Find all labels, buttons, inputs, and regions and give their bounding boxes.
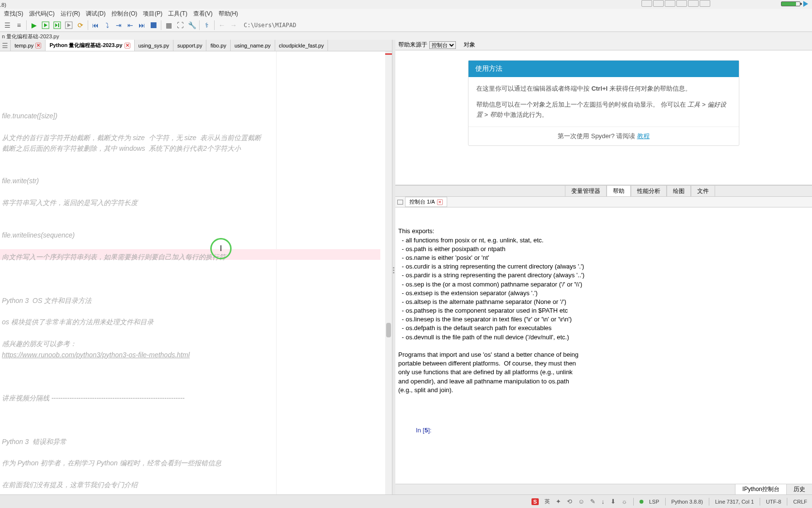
thumb[interactable]: [676, 0, 687, 7]
debug-continue-icon[interactable]: ⏭: [137, 20, 147, 31]
toolbar: ☰ ≡ ▶ ⟳ ⏮ ⤵ ⇥ ⇤ ⏭ ▦ ⛶ 🔧 ⚕ ← → C:\Users\M…: [0, 18, 812, 32]
maximize-icon[interactable]: ⛶: [175, 20, 186, 31]
help-tab[interactable]: 变量管理器: [565, 186, 607, 196]
thumb[interactable]: [641, 0, 652, 7]
console-output[interactable]: This exports: - all functions from posix…: [395, 207, 812, 484]
menu-item[interactable]: 运行(R): [58, 9, 83, 18]
thumb[interactable]: [700, 0, 710, 7]
editor-tab[interactable]: using_sys.py: [135, 40, 174, 51]
editor-tab[interactable]: cloudpickle_fast.py: [275, 40, 328, 51]
menu-item[interactable]: 控制台(O): [109, 9, 140, 18]
menu-item[interactable]: 帮助(H): [216, 9, 241, 18]
console-tab[interactable]: 控制台 1/A ✕: [405, 197, 447, 207]
tutorial-link[interactable]: 教程: [637, 132, 650, 140]
hamburger-icon[interactable]: ☰: [2, 42, 8, 49]
thumb[interactable]: [653, 0, 664, 7]
debug-stop-icon[interactable]: [148, 20, 159, 31]
console-bottom-tabs: IPython控制台历史: [395, 484, 812, 494]
status-icon: ☺: [578, 498, 584, 505]
code-line: [2, 414, 390, 425]
code-line: file.writelines(sequence): [2, 230, 390, 240]
status-icon: ✎: [590, 498, 595, 505]
svg-rect-4: [58, 23, 59, 27]
menu-item[interactable]: 工具(T): [165, 9, 190, 18]
menu-item[interactable]: 项目(P): [140, 9, 165, 18]
editor-tab[interactable]: fibo.py: [206, 40, 230, 51]
run-cell-advance-icon[interactable]: [52, 20, 62, 31]
editor-tab[interactable]: support.py: [173, 40, 206, 51]
console-pane: 控制台 1/A ✕ This exports: - all functions …: [395, 197, 812, 494]
status-bar: S 英 ✦ ⟲ ☺ ✎ ↓ ⬇ ☼ LSP Python 3.8.8) Line…: [0, 494, 812, 508]
code-line: [2, 447, 390, 458]
rerun-icon[interactable]: ⟳: [75, 20, 86, 31]
help-tab[interactable]: 性能分析: [631, 186, 667, 196]
working-dir-path[interactable]: C:\Users\MIAPAD: [244, 22, 296, 29]
code-line: [2, 241, 390, 252]
close-icon[interactable]: ✕: [437, 199, 443, 205]
menu-item[interactable]: 调试(D): [83, 9, 109, 18]
svg-marker-3: [55, 23, 58, 27]
battery-icon: [781, 1, 800, 6]
settings-icon[interactable]: 🔧: [187, 20, 197, 31]
lsp-label: LSP: [649, 499, 659, 505]
console-bottom-tab[interactable]: 历史: [786, 484, 812, 494]
back-icon[interactable]: ←: [217, 20, 227, 31]
tab-label: fibo.py: [210, 43, 226, 48]
help-tab[interactable]: 帮助: [607, 186, 631, 196]
close-icon[interactable]: ✕: [125, 43, 130, 48]
code-line: [2, 306, 390, 317]
help-tab[interactable]: 绘图: [667, 186, 691, 196]
code-line: [2, 328, 390, 338]
forward-icon[interactable]: →: [228, 20, 239, 31]
tab-label: using_sys.py: [139, 43, 170, 48]
editor-tabs: ☰temp.py✕Python 量化编程基础-2023.py✕using_sys…: [0, 40, 392, 51]
code-line: [2, 208, 390, 219]
thumb[interactable]: [688, 0, 699, 7]
code-line: [2, 219, 390, 230]
play-icon[interactable]: [803, 1, 808, 7]
menu-item[interactable]: 查找(S): [1, 9, 26, 18]
console-collapse-icon[interactable]: [397, 200, 403, 205]
debug-stepout-icon[interactable]: ⇤: [125, 20, 136, 31]
menu-item[interactable]: 源代码(C): [26, 9, 58, 18]
debug-first-icon[interactable]: ⏮: [90, 20, 101, 31]
help-card: 使用方法 在这里你可以通过在编辑器或者终端中按 Ctrl+I 来获得任何对象的帮…: [468, 60, 739, 146]
debug-stepin-icon[interactable]: ⇥: [113, 20, 124, 31]
python-icon[interactable]: ⚕: [202, 20, 212, 31]
editor-tab[interactable]: temp.py✕: [11, 40, 46, 51]
save-layout-icon[interactable]: ▦: [163, 20, 174, 31]
debug-stepover-icon[interactable]: ⤵: [102, 20, 112, 31]
indent-icon[interactable]: ☰: [2, 20, 13, 31]
code-line: Python 3 错误和异常: [2, 436, 390, 447]
status-icon: ⬇: [610, 498, 616, 505]
help-source-select[interactable]: 控制台: [429, 41, 456, 49]
run-cell-icon[interactable]: [40, 20, 51, 31]
ime-indicator[interactable]: S: [531, 498, 539, 505]
code-line: 讲座视频分隔线 --------------------------------…: [2, 393, 390, 403]
console-bottom-tab[interactable]: IPython控制台: [735, 484, 786, 494]
thumb[interactable]: [665, 0, 675, 7]
ime-lang[interactable]: 英: [545, 498, 550, 505]
console-tabs: 控制台 1/A ✕: [395, 197, 812, 207]
editor-tab[interactable]: using_name.py: [231, 40, 275, 51]
menu-bar: 查找(S)源代码(C)运行(R)调试(D)控制台(O)项目(P)工具(T)查看(…: [0, 9, 812, 18]
window-thumb-row: [641, 0, 710, 7]
run-icon[interactable]: ▶: [29, 20, 39, 31]
menu-item[interactable]: 查看(V): [190, 9, 216, 18]
code-line: [2, 382, 390, 393]
breadcrumb-file[interactable]: n 量化编程基础-2023.py: [2, 33, 59, 40]
line-ending: CRLF: [793, 499, 807, 505]
code-line: 作为 Python 初学者，在刚学习 Python 编程时，经常会看到一些报错信…: [2, 458, 390, 468]
run-selection-icon[interactable]: [63, 20, 74, 31]
editor-tab[interactable]: Python 量化编程基础-2023.py✕: [46, 40, 134, 51]
cursor-indicator: [210, 238, 232, 259]
help-tab[interactable]: 文件: [691, 186, 715, 196]
help-card-title: 使用方法: [468, 61, 739, 77]
status-icon: ↓: [601, 498, 605, 505]
close-icon[interactable]: ✕: [35, 43, 41, 48]
code-line: [2, 121, 390, 132]
svg-marker-1: [44, 23, 47, 27]
code-editor[interactable]: file.truncate([size]) 从文件的首行首字符开始截断，截断文件…: [0, 51, 392, 494]
status-icon: ✦: [556, 498, 561, 505]
outdent-icon[interactable]: ≡: [14, 20, 24, 31]
